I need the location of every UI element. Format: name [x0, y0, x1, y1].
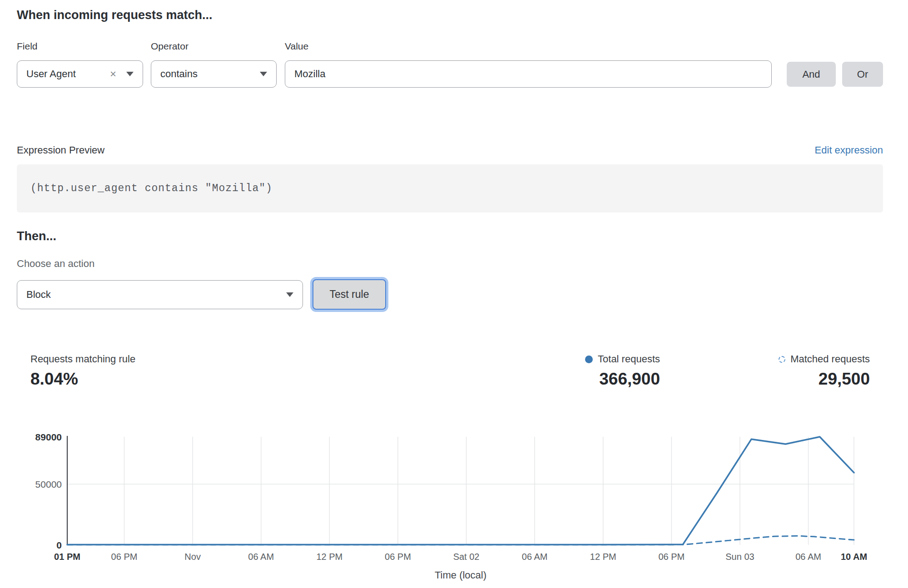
field-label: Field — [17, 41, 38, 52]
rule-builder-heading: When incoming requests match... — [17, 8, 213, 22]
field-select[interactable]: User Agent × — [17, 60, 143, 88]
y-tick-label: 0 — [56, 540, 62, 550]
expression-code-block: (http.user_agent contains "Mozilla") — [17, 164, 883, 212]
matched-requests-line — [67, 536, 854, 545]
caret-down-icon[interactable] — [286, 292, 293, 297]
operator-select-value: contains — [160, 68, 198, 80]
legend-total-requests: Total requests 366,900 — [585, 353, 660, 389]
expression-code: (http.user_agent contains "Mozilla") — [30, 183, 273, 194]
operator-label: Operator — [151, 41, 189, 52]
x-tick-label: 12 PM — [590, 552, 616, 562]
legend-matched-requests: Matched requests 29,500 — [779, 353, 870, 389]
requests-matching-label: Requests matching rule — [30, 353, 135, 365]
field-select-value: User Agent — [26, 68, 76, 80]
total-requests-label: Total requests — [598, 353, 660, 365]
requests-matching-stat: Requests matching rule 8.04% — [30, 353, 135, 389]
caret-down-icon[interactable] — [260, 72, 267, 76]
and-button[interactable]: And — [787, 62, 836, 87]
requests-matching-value: 8.04% — [30, 370, 135, 389]
clear-icon[interactable]: × — [110, 68, 116, 80]
x-tick-label: 06 PM — [111, 552, 138, 562]
matched-requests-dashed-circle-icon — [779, 356, 785, 363]
matched-requests-value: 29,500 — [819, 370, 870, 389]
x-tick-label: 06 AM — [795, 552, 821, 562]
value-label: Value — [285, 41, 308, 52]
y-tick-label: 50000 — [35, 479, 62, 489]
total-requests-dot-icon — [585, 356, 593, 363]
caret-down-icon[interactable] — [126, 72, 134, 76]
or-button[interactable]: Or — [842, 62, 883, 87]
action-select-value: Block — [26, 289, 51, 301]
then-heading: Then... — [17, 229, 56, 243]
x-tick-label: Sat 02 — [453, 552, 480, 562]
x-tick-label: 06 PM — [385, 552, 411, 562]
operator-select[interactable]: contains — [151, 60, 277, 88]
requests-line-chart: 0500008900001 PM06 PMNov06 AM12 PM06 PMS… — [0, 422, 908, 588]
x-tick-label: 06 AM — [248, 552, 274, 562]
value-input-text: Mozilla — [294, 68, 325, 80]
total-requests-value: 366,900 — [599, 370, 660, 389]
x-tick-label: 12 PM — [316, 552, 342, 562]
edit-expression-link[interactable]: Edit expression — [815, 144, 883, 156]
x-tick-label: 06 AM — [522, 552, 548, 562]
x-tick-label: 06 PM — [658, 552, 685, 562]
choose-action-label: Choose an action — [17, 258, 94, 270]
x-tick-label: Nov — [184, 552, 201, 562]
x-tick-label: Sun 03 — [725, 552, 754, 562]
x-tick-label: 01 PM — [54, 552, 80, 562]
value-input[interactable]: Mozilla — [285, 60, 772, 88]
test-rule-button[interactable]: Test rule — [313, 279, 386, 310]
x-axis-title: Time (local) — [435, 569, 486, 581]
total-requests-line — [67, 437, 854, 544]
expression-preview-label: Expression Preview — [17, 144, 104, 156]
y-tick-label: 89000 — [35, 432, 62, 442]
requests-chart: 0500008900001 PM06 PMNov06 AM12 PM06 PMS… — [0, 422, 908, 588]
matched-requests-label: Matched requests — [790, 353, 870, 365]
action-select[interactable]: Block — [17, 280, 303, 309]
x-tick-label: 10 AM — [841, 552, 867, 562]
